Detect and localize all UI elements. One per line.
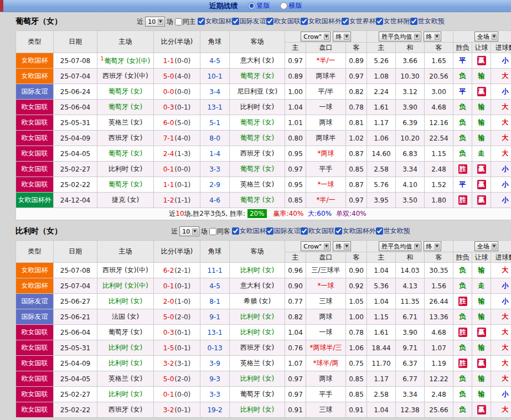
same-home-checkbox-input[interactable]	[175, 18, 182, 25]
league-filter-checkbox[interactable]	[198, 18, 205, 25]
home-team[interactable]: 英格兰 (女)	[97, 371, 154, 387]
goals-cell: 小	[491, 387, 511, 402]
home-team[interactable]: 比利时 (女)(中)	[97, 278, 154, 294]
home-team[interactable]: 比利时 (女)	[97, 356, 154, 371]
home-team[interactable]: 1葡萄牙 (女)(中)	[97, 53, 154, 69]
away-team[interactable]: 葡萄牙 (女)	[230, 193, 285, 208]
league-filter[interactable]: 女欧国杯外	[335, 226, 376, 236]
away-team[interactable]: 比利时 (女)	[230, 325, 285, 340]
league-filter[interactable]: 女世界杯	[342, 17, 376, 26]
league-filter-checkbox[interactable]	[301, 227, 308, 235]
away-team[interactable]: 比利时 (女)	[230, 263, 285, 278]
league-filter-checkbox[interactable]	[301, 18, 308, 25]
avg-type-select[interactable]: 胜平负均值	[379, 32, 421, 42]
home-team[interactable]: 葡萄牙 (女)	[97, 146, 154, 162]
handicap-result-badge: 输	[478, 72, 485, 80]
league-filter-checkbox[interactable]	[410, 18, 417, 25]
away-team[interactable]: 葡萄牙 (女)	[230, 131, 285, 146]
league-filter-checkbox[interactable]	[376, 18, 383, 25]
league-filter[interactable]: 女欧国杯外	[301, 17, 342, 26]
layout-radio-vertical-input[interactable]	[248, 2, 255, 9]
layout-radio-horizontal[interactable]: 横版	[280, 1, 302, 11]
handicap-result-cell: 赢	[472, 356, 491, 371]
home-team[interactable]: 葡萄牙 (女)	[97, 177, 154, 193]
near-count-select[interactable]: 10	[145, 17, 164, 27]
near-count-select[interactable]: 10	[179, 226, 199, 236]
result-cell: 负	[453, 263, 472, 278]
home-team[interactable]: 葡萄牙 (女)	[97, 100, 154, 115]
scope-select[interactable]: 全场	[474, 241, 498, 251]
odds-stage-select[interactable]: 终	[333, 32, 350, 42]
avg-stage-select[interactable]: 终	[424, 32, 441, 42]
league-filter[interactable]: 国际友谊	[266, 226, 301, 236]
goals-badge: 小	[502, 297, 509, 305]
avg-stage-select[interactable]: 终	[424, 241, 441, 251]
match-row: 欧女国联 25-04-09 西班牙 (女) 7-1(4-0) 8-0 葡萄牙 (…	[16, 131, 511, 146]
avg-odds-home: 5.26	[367, 53, 396, 69]
league-filter-checkbox[interactable]	[266, 227, 273, 235]
odds-stage-select[interactable]: 终	[333, 241, 350, 251]
away-team[interactable]: 比利时 (女)	[230, 402, 285, 418]
handicap-result-cell: 赢	[472, 162, 491, 177]
same-away-checkbox-input[interactable]	[209, 228, 216, 235]
league-filter[interactable]: 欧女国联	[266, 17, 301, 26]
home-team[interactable]: 比利时 (女)	[97, 340, 154, 356]
home-team[interactable]: 西班牙 (女)	[97, 402, 154, 418]
league-filter[interactable]: 女欧国杯	[198, 17, 232, 26]
home-team[interactable]: 比利时 (女)	[97, 162, 154, 177]
scope-select[interactable]: 全场	[474, 32, 498, 42]
league-filter[interactable]: 世女欧预	[410, 17, 445, 26]
away-team[interactable]: 西班牙 (女)	[230, 340, 285, 356]
away-team[interactable]: 比利时 (女)	[230, 309, 285, 325]
result-badge: 负	[460, 313, 466, 320]
away-team[interactable]: 葡萄牙 (女)	[230, 162, 285, 177]
home-team[interactable]: 葡萄牙 (女)	[97, 325, 154, 340]
away-team[interactable]: 希腊 (女)	[230, 294, 285, 309]
goals-cell: 大	[491, 115, 511, 131]
away-team[interactable]: 葡萄牙 (女)	[230, 69, 285, 84]
layout-radio-horizontal-input[interactable]	[280, 2, 287, 9]
league-filter-checkbox[interactable]	[232, 227, 239, 235]
league-filter[interactable]: 女世杯附	[376, 17, 410, 26]
away-team[interactable]: 比利时 (女)	[230, 100, 285, 115]
league-filter-checkbox[interactable]	[335, 227, 342, 235]
handicap-result-cell: 赢	[472, 402, 491, 418]
away-team[interactable]: 意大利 (女)	[230, 53, 285, 69]
away-team[interactable]: 尼日利亚 (女)	[230, 84, 285, 100]
league-filter-checkbox[interactable]	[376, 227, 383, 235]
away-team[interactable]: 英格兰 (女)	[230, 177, 285, 193]
league-filter[interactable]: 女欧国杯	[232, 226, 266, 236]
away-team[interactable]: 葡萄牙 (女)	[230, 115, 285, 131]
home-team[interactable]: 法国 (女)	[97, 309, 154, 325]
same-home-checkbox[interactable]: 同主	[175, 17, 196, 27]
odds-provider-select[interactable]: Crow"	[301, 32, 331, 42]
home-team[interactable]: 西班牙 (女)(中)	[97, 263, 154, 278]
league-filter-checkbox[interactable]	[232, 18, 239, 25]
away-team[interactable]: 英格兰 (女)	[230, 356, 285, 371]
home-team[interactable]: 葡萄牙 (女)	[97, 84, 154, 100]
league-filter-checkbox[interactable]	[266, 18, 273, 25]
league-filter[interactable]: 欧女国联	[301, 226, 335, 236]
home-team[interactable]: 西班牙 (女)	[97, 131, 154, 146]
home-team[interactable]: 比利时 (女)	[97, 387, 154, 402]
layout-radio-vertical[interactable]: 竖版	[248, 1, 270, 11]
home-team[interactable]: 西班牙 (女)(中)	[97, 69, 154, 84]
odd-even-rate: 单双:40%	[336, 210, 367, 217]
league-filter[interactable]: 世女欧预	[376, 226, 410, 236]
same-away-checkbox[interactable]: 同客	[209, 227, 230, 236]
goals-cell: 小	[491, 162, 511, 177]
league-filter[interactable]: 国际友谊	[232, 17, 266, 26]
match-date: 25-02-22	[54, 402, 97, 418]
league-filter-checkbox[interactable]	[342, 18, 349, 25]
away-team[interactable]: 葡萄牙 (女)	[230, 387, 285, 402]
avg-type-select[interactable]: 胜平负均值	[379, 241, 421, 251]
home-team[interactable]: 捷克 (女)	[97, 193, 154, 208]
away-team[interactable]: 西班牙 (女)	[230, 146, 285, 162]
league-badge: 欧女国联	[16, 131, 54, 146]
avg-odds-draw: 4.13	[396, 278, 425, 294]
odds-provider-select[interactable]: Crow"	[301, 241, 331, 251]
away-team[interactable]: 比利时 (女)	[230, 371, 285, 387]
home-team[interactable]: 比利时 (女)	[97, 294, 154, 309]
home-team[interactable]: 英格兰 (女)	[97, 115, 154, 131]
away-team[interactable]: 意大利 (女)	[230, 278, 285, 294]
